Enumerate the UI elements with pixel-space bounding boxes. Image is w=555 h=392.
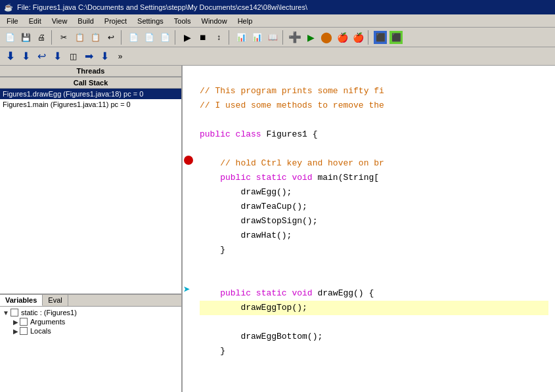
new-button[interactable]: 📄 [3,30,17,45]
code-line-0: // This program prints some nifty fi [200,86,384,96]
chart1-button[interactable]: 📊 [234,30,248,45]
resize-button[interactable]: ↕ [211,30,226,45]
toolbar-sep3 [175,30,177,45]
expand-static[interactable]: ▼ [3,309,9,316]
var-label-locals: Locals [30,327,51,335]
var-label-static: static : (Figures1) [21,309,77,316]
var-label-arguments: Arguments [30,318,65,326]
threads-header: Threads [0,66,181,77]
apple2-button[interactable]: 🍎 [351,30,365,45]
vars-section: Variables Eval ▼ static : (Figures1) ▶ A… [0,294,181,392]
menu-view[interactable]: View [47,16,73,26]
code-wrapper: ➤ // This program prints some nifty fi /… [183,66,555,377]
callstack-item-1[interactable]: Figures1.main (Figures1.java:11) pc = 0 [0,99,181,110]
menu-bar: File Edit View Build Project Settings To… [0,14,555,28]
paste-button[interactable]: 📋 [88,30,102,45]
add-button[interactable]: ➕ [288,30,302,45]
code-line-7: drawEgg(); [200,187,292,197]
menu-help[interactable]: Help [233,16,258,26]
toolbar-sep1 [51,30,54,45]
checkbox-static[interactable] [11,309,18,316]
code-line-1: // I used some methods to remove the [200,100,384,110]
resume-button[interactable]: ➡ [81,49,96,64]
code-line-10: drawHat(); [200,230,292,240]
run-button[interactable]: ▶ [303,30,318,45]
tb3-3[interactable]: 📄 [158,30,172,45]
expand-arguments[interactable]: ▶ [13,318,18,326]
callstack-item-0[interactable]: Figures1.drawEgg (Figures1.java:18) pc =… [0,89,181,99]
vars-content: ▼ static : (Figures1) ▶ Arguments ▶ Loca… [0,307,181,392]
debug-circle[interactable]: ⬤ [319,30,334,45]
tb3-1[interactable]: 📄 [126,30,141,45]
checkbox-arguments[interactable] [20,318,28,326]
expand-locals[interactable]: ▶ [13,328,18,335]
save-button[interactable]: 💾 [18,30,33,45]
cut-button[interactable]: ✂ [56,30,71,45]
frame-button[interactable]: ◫ [66,49,80,64]
vars-tabs: Variables Eval [0,295,181,307]
code-line-9: drawStopSign(); [200,216,317,226]
code-content: // This program prints some nifty fi // … [193,66,555,377]
title-bar: ☕ File: Figures1.java C:\Documents and S… [0,0,555,14]
toolbar-sep5 [282,30,285,45]
code-line-3: public class Figures1 { [200,129,317,139]
menu-build[interactable]: Build [72,16,99,26]
undo-button[interactable]: ↩ [104,30,118,45]
step-into-button[interactable]: ⬇ [3,49,17,64]
menu-edit[interactable]: Edit [24,16,47,26]
toolbar-sep4 [229,30,231,45]
menu-window[interactable]: Window [196,16,233,26]
code-line-15: drawEggTop(); [200,301,548,315]
title-icon: ☕ [4,3,13,12]
var-item-locals[interactable]: ▶ Locals [12,326,180,336]
step-down-button[interactable]: ⬇ [97,49,112,64]
callstack-header: Call Stack [0,77,181,89]
play-button[interactable]: ▶ [180,30,194,45]
code-line-17: } [200,346,225,356]
step-over-button[interactable]: ⬇ [18,49,33,64]
chart2-button[interactable]: 📊 [250,30,264,45]
var-item-static[interactable]: ▼ static : (Figures1) [1,308,180,317]
menu-project[interactable]: Project [99,16,132,26]
code-line-6: public static void main(String[ [200,173,379,183]
title-text: File: Figures1.java C:\Documents and Set… [17,3,307,11]
toolbar-sep6 [368,30,370,45]
tab-variables[interactable]: Variables [0,295,43,306]
book-button[interactable]: 📖 [265,30,280,45]
step-out-button[interactable]: ⬇ [50,49,64,64]
more-button[interactable]: » [113,49,127,64]
debug-toolbar: ⬇ ⬇ ↩ ⬇ ◫ ➡ ⬇ » [0,47,555,66]
main-area: Threads Call Stack Figures1.drawEgg (Fig… [0,66,555,392]
code-line-14: public static void drawEgg() { [200,288,374,298]
threads-section: Threads [0,66,181,77]
main-toolbar: 📄 💾 🖨 ✂ 📋 📋 ↩ 📄 📄 📄 ▶ ⏹ ↕ 📊 📊 📖 ➕ ▶ ⬤ 🍎 … [0,28,555,47]
menu-settings[interactable]: Settings [132,16,169,26]
print-button[interactable]: 🖨 [34,30,49,45]
toolbar-sep2 [121,30,123,45]
var-item-arguments[interactable]: ▶ Arguments [12,317,180,326]
execution-arrow-icon: ➤ [183,284,190,296]
square1-button[interactable]: ⬛ [373,30,388,45]
copy-button[interactable]: 📋 [72,30,87,45]
step-return-button[interactable]: ↩ [34,49,49,64]
breakpoint-icon [184,156,193,165]
code-line-16: drawEggBottom(); [200,332,322,341]
code-line-5: // hold Ctrl key and hover on br [200,158,384,168]
checkbox-locals[interactable] [20,327,28,335]
stop-button[interactable]: ⏹ [196,30,210,45]
code-line-11: } [200,245,225,255]
code-line-8: drawTeaCup(); [200,202,307,211]
tab-eval[interactable]: Eval [43,295,68,306]
callstack-section: Call Stack Figures1.drawEgg (Figures1.ja… [0,77,181,294]
apple1-button[interactable]: 🍎 [335,30,349,45]
tb3-2[interactable]: 📄 [142,30,156,45]
square2-button[interactable]: ⬛ [389,30,403,45]
callstack-list[interactable]: Figures1.drawEgg (Figures1.java:18) pc =… [0,89,181,294]
menu-tools[interactable]: Tools [169,16,196,26]
left-panel: Threads Call Stack Figures1.drawEgg (Fig… [0,66,183,392]
menu-file[interactable]: File [1,16,24,26]
code-panel[interactable]: ➤ // This program prints some nifty fi /… [183,66,555,392]
